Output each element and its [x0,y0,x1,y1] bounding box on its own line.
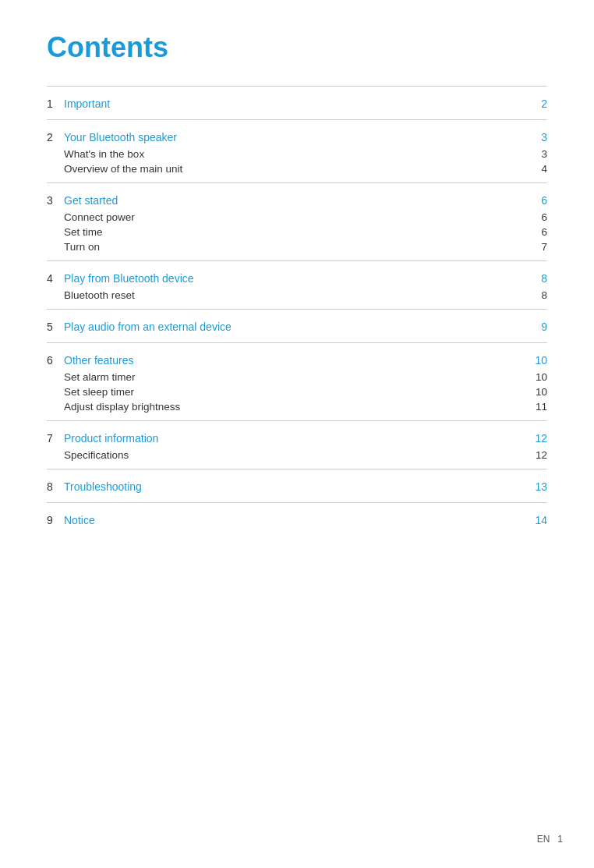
toc-section-page: 8 [532,272,547,285]
toc-subsection-page: 3 [532,148,547,160]
toc-section-page: 14 [532,514,547,526]
section-divider [47,260,547,261]
toc-section-row[interactable]: 6Other features10 [47,346,547,370]
toc-section-row[interactable]: 9Notice14 [47,506,547,530]
toc-section-row[interactable]: 2Your Bluetooth speaker3 [47,123,547,147]
footer-lang: EN [537,834,550,845]
toc-section-row[interactable]: 5Play audio from an external device9 [47,313,547,336]
toc-subsection-row[interactable]: Set time6 [47,225,547,239]
toc-subsection-page: 12 [532,449,547,461]
toc-section-label: Other features [64,354,532,367]
toc-section-number: 3 [47,194,64,207]
toc-subsection-row[interactable]: Set sleep timer10 [47,384,547,399]
toc-subsection-row[interactable]: Adjust display brightness11 [47,399,547,414]
toc-subsection-page: 10 [532,386,547,398]
toc-subsection-page: 8 [532,289,547,301]
toc-subsection-row[interactable]: What's in the box3 [47,147,547,161]
toc-subsection-row[interactable]: Set alarm timer10 [47,370,547,384]
toc-section-row[interactable]: 3Get started6 [47,186,547,210]
toc-section-row[interactable]: 8Troubleshooting13 [47,473,547,496]
toc-subsection-row[interactable]: Overview of the main unit4 [47,161,547,176]
toc-section-label: Play from Bluetooth device [64,272,532,285]
toc-section-number: 6 [47,354,64,367]
toc-section-page: 10 [532,354,547,367]
toc-subsection-label: Adjust display brightness [64,401,532,413]
toc-subsection-page: 6 [532,211,547,223]
section-divider [47,502,547,503]
toc-subsection-label: Turn on [64,241,532,253]
toc-section-page: 6 [532,194,547,207]
toc-section-number: 7 [47,432,64,445]
footer: EN 1 [537,834,563,845]
toc-section-label: Product information [64,432,532,445]
section-divider [47,309,547,310]
toc-subsection-label: What's in the box [64,148,532,160]
toc-subsection-page: 6 [532,226,547,238]
toc-section-number: 4 [47,272,64,285]
toc-section-row[interactable]: 1Important2 [47,90,547,113]
toc-section-page: 9 [532,321,547,333]
toc-section-number: 9 [47,514,64,526]
toc-section-number: 5 [47,321,64,333]
toc-section-row[interactable]: 7Product information12 [47,424,547,448]
toc-subsection-label: Set sleep timer [64,386,532,398]
toc-section-page: 3 [532,131,547,143]
toc-subsection-label: Set time [64,226,532,238]
toc-section-row[interactable]: 4Play from Bluetooth device8 [47,264,547,288]
section-divider [47,86,547,87]
section-divider [47,182,547,183]
toc-section-label: Play audio from an external device [64,321,532,333]
toc-subsection-row[interactable]: Bluetooth reset8 [47,288,547,303]
section-divider [47,119,547,120]
toc-subsection-page: 4 [532,163,547,175]
toc-section-page: 12 [532,432,547,445]
toc-subsection-label: Set alarm timer [64,371,532,383]
toc-subsection-label: Connect power [64,211,532,223]
toc-section-label: Get started [64,194,532,207]
toc-subsection-row[interactable]: Turn on7 [47,239,547,254]
toc-section-number: 8 [47,480,64,493]
section-divider [47,469,547,469]
toc-section-label: Important [64,97,532,110]
toc-subsection-page: 7 [532,241,547,253]
toc-subsection-label: Bluetooth reset [64,289,532,301]
section-divider [47,342,547,343]
toc-section-label: Troubleshooting [64,480,532,493]
footer-page: 1 [557,834,563,845]
toc-section-page: 2 [532,97,547,110]
toc-section-label: Notice [64,514,532,526]
toc-section-page: 13 [532,480,547,493]
toc-subsection-page: 10 [532,371,547,383]
toc-section-number: 1 [47,97,64,110]
table-of-contents: 1Important22Your Bluetooth speaker3What'… [47,86,547,530]
section-divider [47,420,547,421]
page-title: Contents [47,31,547,64]
toc-subsection-page: 11 [532,401,547,413]
toc-section-label: Your Bluetooth speaker [64,131,532,143]
toc-subsection-label: Overview of the main unit [64,163,532,175]
toc-subsection-row[interactable]: Specifications12 [47,448,547,462]
toc-section-number: 2 [47,131,64,143]
toc-subsection-label: Specifications [64,449,532,461]
toc-subsection-row[interactable]: Connect power6 [47,210,547,225]
